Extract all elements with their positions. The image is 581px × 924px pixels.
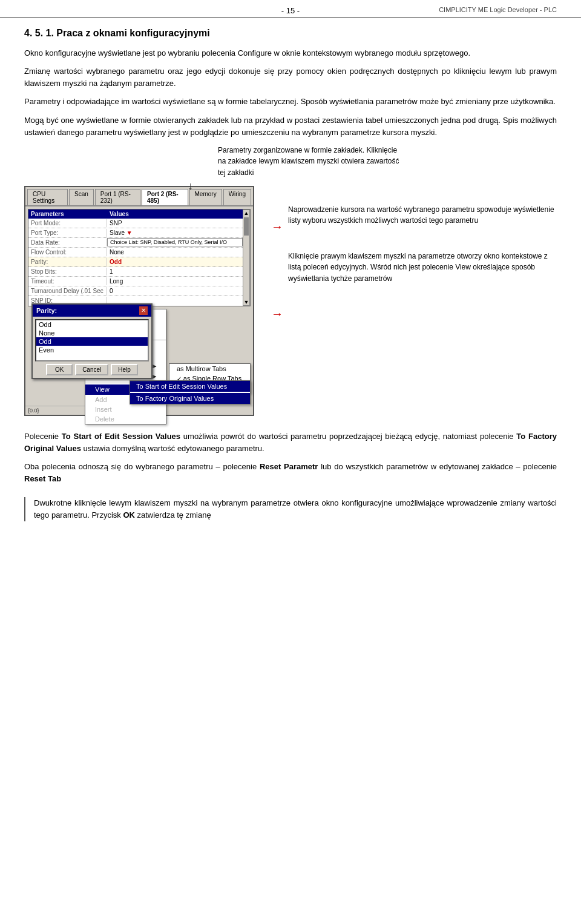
bottom-p2: Oba polecenia odnoszą się do wybranego p… <box>24 461 557 485</box>
annotation-top-text: Parametry zorganizowane w formie zakłade… <box>218 146 399 177</box>
value-snp-id <box>107 300 243 302</box>
tab-port2[interactable]: Port 2 (RS-485) <box>142 189 188 205</box>
bottom-note-section: Dwukrotne kliknięcie lewym klawiszem mys… <box>24 497 557 521</box>
value-stop-bits: 1 <box>107 268 243 276</box>
annotation-right-2: Kliknięcie prawym klawiszem myszki na pa… <box>288 251 557 285</box>
bottom-p1-bold: To Start of Edit Session Values <box>62 432 180 441</box>
dialog-item-none[interactable]: None <box>36 329 148 337</box>
annotation-right-2-text: Kliknięcie prawym klawiszem myszki na pa… <box>288 252 548 283</box>
value-parity: Odd <box>107 258 243 266</box>
arrow-right-1: → <box>271 220 283 234</box>
row-parity[interactable]: Parity: Odd <box>28 257 243 267</box>
dialog-buttons: OK Cancel Help <box>35 364 149 375</box>
value-port-type: Slave ▼ <box>107 229 243 237</box>
param-port-type: Port Type: <box>28 229 107 237</box>
value-turnaround: 0 <box>107 287 243 295</box>
row-timeout[interactable]: Timeout: Long <box>28 277 243 286</box>
submenu-item-factory[interactable]: To Factory Original Values <box>130 393 250 404</box>
row-port-type[interactable]: Port Type: Slave ▼ <box>28 228 243 238</box>
tab-cpu-settings[interactable]: CPU Settings <box>27 189 68 205</box>
bottom-note-text: Dwukrotne kliknięcie lewym klawiszem mys… <box>34 498 557 520</box>
tab-port1[interactable]: Port 1 (RS-232) <box>95 189 140 205</box>
page-number: - 15 - <box>202 6 379 15</box>
col-header-parameters: Parameters <box>31 211 110 217</box>
param-stop-bits: Stop Bits: <box>28 268 107 276</box>
screen-mock: CPU Settings Scan Port 1 (RS-232) Port 2… <box>24 186 254 416</box>
bottom-p2-mid: lub do wszystkich parametrów w edytowane… <box>318 462 557 471</box>
scrollbar[interactable]: ▲ ▼ <box>243 210 250 306</box>
row-turnaround[interactable]: Turnaround Delay (.01 Sec 0 <box>28 286 243 296</box>
dialog-item-even[interactable]: Even <box>36 346 148 354</box>
page-header: - 15 - CIMPLICITY ME Logic Developer - P… <box>0 0 581 18</box>
section-title: 4. 5. 1. Praca z oknami konfiguracyjnymi <box>24 28 557 39</box>
param-table-header: Parameters Values <box>28 210 243 219</box>
bottom-section: Polecenie To Start of Edit Session Value… <box>24 431 557 486</box>
main-content: 4. 5. 1. Praca z oknami konfiguracyjnymi… <box>0 22 581 540</box>
view-multirow[interactable]: as Multirow Tabs <box>169 364 250 374</box>
row-port-mode[interactable]: Port Mode: SNP <box>28 219 243 228</box>
value-timeout: Long <box>107 277 243 285</box>
arrow-right-2: → <box>271 307 283 321</box>
paragraph-2: Zmianę wartości wybranego parametru oraz… <box>24 65 557 90</box>
paragraph-1: Okno konfiguracyjne wyświetlane jest po … <box>24 47 557 59</box>
param-turnaround: Turnaround Delay (.01 Sec <box>28 287 107 295</box>
menu-insert[interactable]: Insert <box>85 404 166 414</box>
col-header-values: Values <box>110 211 240 217</box>
menu-delete[interactable]: Delete <box>85 414 166 424</box>
annotation-top: Parametry zorganizowane w formie zakłade… <box>218 145 399 179</box>
bottom-note-ok: OK <box>123 510 135 520</box>
bottom-note-p1: Dwukrotne kliknięcie lewym klawiszem mys… <box>34 497 557 521</box>
bottom-p2-bold: Reset Parametr <box>260 462 318 471</box>
param-flow-control: Flow Control: <box>28 248 107 256</box>
param-port-mode: Port Mode: <box>28 219 107 227</box>
dialog-help-button[interactable]: Help <box>111 364 138 375</box>
annotation-right-1: Naprowadzenie kursora na wartość wybrane… <box>288 204 557 226</box>
value-port-mode: SNP <box>107 219 243 227</box>
page-title: CIMPLICITY ME Logic Developer - PLC <box>379 6 557 13</box>
bottom-p1-mid: umożliwia powrót do wartości parametru p… <box>180 432 516 441</box>
param-parity: Parity: <box>28 258 107 266</box>
parity-dialog: Parity: ✕ Odd None Odd Even <box>31 303 153 379</box>
screenshot-area: ↓ CPU Settings Scan Port 1 (RS-232) Port… <box>24 186 278 416</box>
row-stop-bits[interactable]: Stop Bits: 1 <box>28 267 243 277</box>
dialog-ok-button[interactable]: OK <box>46 364 73 375</box>
dialog-list[interactable]: Odd None Odd Even <box>35 319 149 361</box>
dialog-close-button[interactable]: ✕ <box>139 306 148 315</box>
param-data-rate: Data Rate: <box>28 239 107 246</box>
reset-submenu: To Start of Edit Session Values To Facto… <box>130 380 251 404</box>
scrollbar-thumb <box>244 217 249 236</box>
value-flow-control: None <box>107 248 243 256</box>
param-timeout: Timeout: <box>28 277 107 285</box>
row-flow-control[interactable]: Flow Control: None <box>28 248 243 257</box>
annotations-col: Naprowadzenie kursora na wartość wybrane… <box>278 186 557 297</box>
tab-bar: CPU Settings Scan Port 1 (RS-232) Port 2… <box>25 187 253 206</box>
row-data-rate[interactable]: Data Rate: Choice List: SNP, Disabled, R… <box>28 238 243 248</box>
dialog-title-text: Parity: <box>36 307 57 314</box>
bottom-p2-bold2: Reset Tab <box>24 474 61 483</box>
dialog-item-odd-selected[interactable]: Odd <box>36 337 148 346</box>
dialog-body: Odd None Odd Even OK Cancel Help <box>33 317 151 378</box>
bottom-p1: Polecenie To Start of Edit Session Value… <box>24 431 557 455</box>
tab-wiring[interactable]: Wiring <box>223 189 251 205</box>
bottom-p1-pre: Polecenie <box>24 432 62 441</box>
value-data-rate: Choice List: SNP, Disabled, RTU Only, Se… <box>107 238 243 246</box>
dialog-item-odd-top[interactable]: Odd <box>36 320 148 329</box>
dialog-cancel-button[interactable]: Cancel <box>75 364 108 375</box>
bottom-note-post: zatwierdza tę zmianę <box>135 510 211 520</box>
annotation-right-1-text: Naprowadzenie kursora na wartość wybrane… <box>288 205 554 225</box>
bottom-p1-post: ustawia domyślną wartość edytowanego par… <box>81 444 264 453</box>
parity-dialog-wrapper: Parity: ✕ Odd None Odd Even <box>31 303 159 379</box>
param-table-area: Parameters Values Port Mode: SNP Port Ty… <box>28 209 251 306</box>
tab-scan[interactable]: Scan <box>69 189 94 205</box>
dialog-title: Parity: ✕ <box>33 305 151 317</box>
paragraph-4: Mogą być one wyświetlane w formie otwier… <box>24 114 557 139</box>
bottom-p2-pre: Oba polecenia odnoszą się do wybranego p… <box>24 462 260 471</box>
paragraph-3: Parametry i odpowiadające im wartości wy… <box>24 96 557 108</box>
tab-memory[interactable]: Memory <box>189 189 222 205</box>
arrow-down-annotation: ↓ <box>188 180 193 193</box>
submenu-item-edit-session[interactable]: To Start of Edit Session Values <box>130 381 250 392</box>
